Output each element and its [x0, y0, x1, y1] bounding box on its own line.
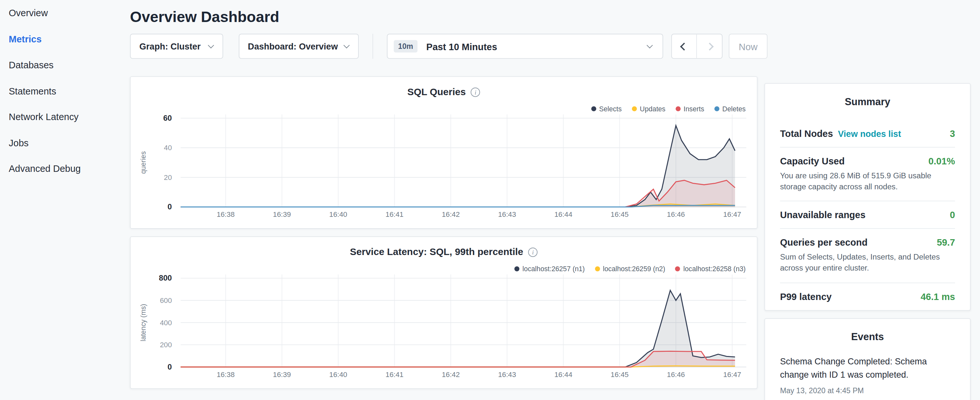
- dashboard-dropdown[interactable]: Dashboard: Overview: [239, 33, 359, 59]
- summary-description: You are using 28.6 MiB of 515.9 GiB usab…: [780, 170, 955, 193]
- svg-text:16:42: 16:42: [442, 210, 460, 218]
- summary-value: 0: [950, 210, 955, 220]
- svg-text:40: 40: [164, 144, 172, 152]
- sidebar-item-metrics[interactable]: Metrics: [9, 26, 121, 52]
- svg-text:16:44: 16:44: [554, 210, 572, 218]
- charts-column: SQL Queries i SelectsUpdatesInsertsDelet…: [130, 76, 758, 389]
- svg-text:200: 200: [160, 341, 172, 349]
- sidebar-item-databases[interactable]: Databases: [9, 52, 121, 78]
- summary-label: Capacity Used: [780, 156, 845, 166]
- chevron-right-icon: [705, 42, 713, 51]
- svg-text:16:39: 16:39: [273, 210, 291, 218]
- sidebar-item-overview[interactable]: Overview: [9, 0, 121, 26]
- events-card: Events Schema Change Completed: Schema c…: [765, 318, 970, 400]
- svg-text:16:42: 16:42: [442, 371, 460, 379]
- svg-text:16:38: 16:38: [217, 371, 235, 379]
- left-nav: Overview Metrics Databases Statements Ne…: [0, 0, 121, 400]
- controls-divider: [372, 33, 373, 59]
- summary-label: Total Nodes: [780, 128, 833, 139]
- svg-text:16:39: 16:39: [273, 371, 291, 379]
- service-latency-chart-panel: Service Latency: SQL, 99th percentile i …: [130, 236, 758, 389]
- summary-value: 59.7: [937, 237, 955, 248]
- sql-queries-chart-panel: SQL Queries i SelectsUpdatesInsertsDelet…: [130, 76, 758, 229]
- svg-text:16:45: 16:45: [611, 371, 628, 379]
- right-column: Summary Total Nodes View nodes list 3 Ca…: [765, 0, 970, 400]
- view-nodes-list-link[interactable]: View nodes list: [838, 129, 901, 139]
- summary-label: P99 latency: [780, 291, 832, 302]
- svg-text:0: 0: [168, 202, 172, 211]
- time-step-buttons: [671, 33, 722, 59]
- summary-row-unavailable-ranges: Unavailable ranges 0: [780, 202, 955, 229]
- svg-text:400: 400: [160, 319, 172, 327]
- summary-row-p99-latency: P99 latency 46.1 ms: [780, 283, 955, 310]
- svg-text:600: 600: [160, 296, 172, 304]
- svg-text:16:46: 16:46: [667, 371, 685, 379]
- svg-text:16:47: 16:47: [723, 371, 741, 379]
- summary-value: 0.01%: [929, 156, 955, 166]
- time-range-badge: 10m: [394, 40, 417, 53]
- sidebar-item-statements[interactable]: Statements: [9, 78, 121, 104]
- sidebar-item-network-latency[interactable]: Network Latency: [9, 104, 121, 130]
- event-text: Schema Change Completed: Schema change w…: [780, 355, 955, 382]
- svg-text:latency (ms): latency (ms): [140, 304, 147, 341]
- summary-label: Unavailable ranges: [780, 210, 865, 220]
- svg-text:16:41: 16:41: [386, 371, 404, 379]
- summary-title: Summary: [780, 84, 955, 120]
- svg-text:0: 0: [168, 362, 172, 371]
- svg-text:queries: queries: [140, 151, 147, 174]
- chevron-left-icon: [680, 42, 688, 51]
- now-button[interactable]: Now: [729, 33, 767, 59]
- svg-text:60: 60: [163, 113, 172, 122]
- chevron-down-icon: [208, 42, 214, 48]
- dashboard-label: Dashboard: Overview: [248, 41, 338, 51]
- summary-row-queries-per-second: Queries per second 59.7 Sum of Selects, …: [780, 229, 955, 283]
- summary-value: 46.1 ms: [921, 291, 955, 302]
- svg-text:16:45: 16:45: [611, 210, 628, 218]
- event-timestamp: May 13, 2020 at 4:45 PM: [780, 386, 955, 395]
- time-range-label: Past 10 Minutes: [426, 41, 641, 52]
- time-step-back-button[interactable]: [672, 34, 697, 58]
- summary-label: Queries per second: [780, 237, 868, 248]
- app-root: Overview Metrics Databases Statements Ne…: [0, 0, 980, 400]
- svg-text:20: 20: [164, 174, 172, 182]
- svg-text:800: 800: [159, 274, 172, 282]
- summary-card: Summary Total Nodes View nodes list 3 Ca…: [765, 83, 970, 310]
- main-content: Overview Dashboard Graph: Cluster Dashbo…: [130, 0, 758, 400]
- page-title: Overview Dashboard: [130, 8, 758, 25]
- svg-text:16:40: 16:40: [329, 210, 347, 218]
- chevron-down-icon: [344, 42, 350, 48]
- summary-row-capacity-used: Capacity Used 0.01% You are using 28.6 M…: [780, 148, 955, 202]
- time-step-forward-button[interactable]: [697, 34, 722, 58]
- events-title: Events: [780, 319, 955, 355]
- summary-row-total-nodes: Total Nodes View nodes list 3: [780, 120, 955, 148]
- svg-text:16:40: 16:40: [329, 371, 347, 379]
- svg-text:16:46: 16:46: [667, 210, 685, 218]
- svg-text:16:43: 16:43: [498, 210, 516, 218]
- service-latency-chart[interactable]: 16:3816:3916:4016:4116:4216:4316:4416:45…: [131, 237, 757, 388]
- graph-scope-label: Graph: Cluster: [140, 41, 200, 51]
- time-range-picker[interactable]: 10m Past 10 Minutes: [387, 33, 663, 59]
- svg-text:16:44: 16:44: [554, 371, 572, 379]
- svg-text:16:47: 16:47: [723, 210, 741, 218]
- event-item[interactable]: Schema Change Completed: Schema change w…: [780, 355, 955, 395]
- svg-text:16:38: 16:38: [217, 210, 235, 218]
- svg-text:16:41: 16:41: [386, 210, 404, 218]
- sql-queries-chart[interactable]: 16:3816:3916:4016:4116:4216:4316:4416:45…: [131, 77, 757, 228]
- summary-value: 3: [950, 128, 955, 139]
- chevron-down-icon: [647, 42, 653, 48]
- svg-text:16:43: 16:43: [498, 371, 516, 379]
- sidebar-item-jobs[interactable]: Jobs: [9, 130, 121, 156]
- summary-description: Sum of Selects, Updates, Inserts, and De…: [780, 252, 955, 274]
- sidebar-item-advanced-debug[interactable]: Advanced Debug: [9, 156, 121, 182]
- dashboard-controls: Graph: Cluster Dashboard: Overview 10m P…: [130, 33, 767, 59]
- graph-scope-dropdown[interactable]: Graph: Cluster: [130, 33, 223, 59]
